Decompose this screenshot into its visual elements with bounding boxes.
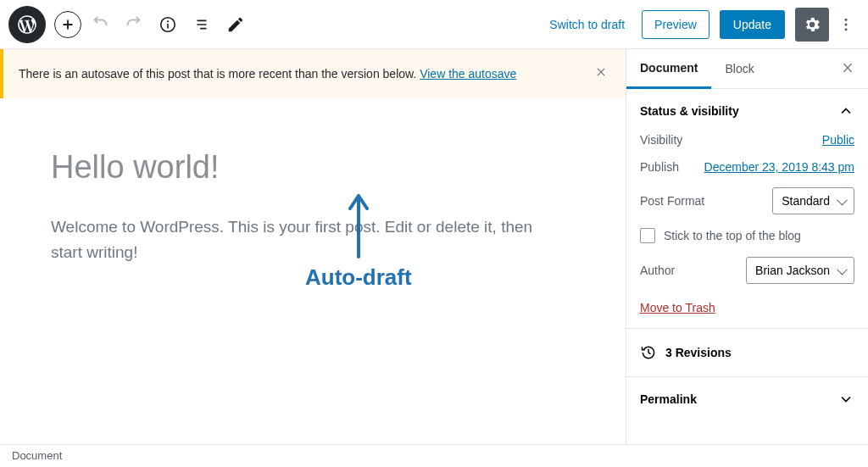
autosave-notice: There is an autosave of this post that i…	[0, 49, 626, 98]
preview-button[interactable]: Preview	[642, 10, 709, 39]
post-format-label: Post Format	[640, 194, 704, 208]
update-button[interactable]: Update	[720, 10, 785, 39]
gear-icon	[803, 15, 821, 34]
arrow-up-icon	[346, 192, 371, 259]
publish-date[interactable]: December 23, 2019 8:43 pm	[704, 160, 854, 174]
undo-icon	[91, 15, 109, 34]
switch-to-draft-button[interactable]: Switch to draft	[539, 11, 635, 38]
settings-button[interactable]	[795, 8, 829, 42]
svg-point-2	[845, 18, 848, 20]
footer-breadcrumb: Document	[0, 444, 868, 467]
plus-icon	[58, 15, 77, 34]
redo-button[interactable]	[119, 9, 149, 40]
wordpress-icon	[16, 14, 38, 36]
chevron-down-icon	[837, 391, 854, 408]
permalink-panel-toggle[interactable]: Permalink	[626, 377, 868, 421]
svg-point-3	[845, 23, 848, 25]
list-icon	[192, 15, 211, 34]
tab-document[interactable]: Document	[626, 49, 711, 89]
more-options-button[interactable]	[832, 8, 860, 42]
post-content[interactable]: Welcome to WordPress. This is your first…	[51, 214, 542, 266]
publish-label: Publish	[640, 160, 679, 174]
status-visibility-panel: Status & visibility Visibility Public Pu…	[626, 89, 868, 329]
undo-button[interactable]	[85, 9, 115, 40]
visibility-label: Visibility	[640, 133, 682, 147]
edit-button[interactable]	[220, 9, 251, 40]
settings-sidebar: Document Block Status & visibility Visib…	[626, 49, 868, 444]
svg-point-1	[167, 20, 169, 22]
close-icon	[841, 61, 854, 75]
dots-vertical-icon	[837, 16, 854, 33]
notice-close-button[interactable]	[592, 63, 610, 85]
info-icon	[159, 15, 177, 34]
post-title[interactable]: Hello world!	[51, 149, 575, 186]
sticky-checkbox[interactable]	[640, 228, 655, 243]
view-autosave-link[interactable]: View the autosave	[420, 67, 516, 81]
top-toolbar: Switch to draft Preview Update	[0, 0, 868, 49]
sidebar-close-button[interactable]	[832, 53, 863, 86]
sidebar-tabs: Document Block	[626, 49, 868, 89]
svg-point-4	[845, 28, 848, 31]
tab-block[interactable]: Block	[711, 50, 767, 87]
pencil-icon	[226, 15, 245, 34]
info-button[interactable]	[153, 9, 183, 40]
outline-button[interactable]	[186, 9, 217, 40]
chevron-up-icon	[837, 103, 854, 120]
revisions-panel[interactable]: 3 Revisions	[626, 329, 868, 377]
author-label: Author	[640, 264, 675, 277]
post-format-select[interactable]: Standard	[772, 187, 854, 214]
status-visibility-toggle[interactable]: Status & visibility	[626, 89, 868, 133]
notice-text: There is an autosave of this post that i…	[19, 67, 420, 81]
redo-icon	[125, 15, 143, 34]
author-select[interactable]: Brian Jackson	[746, 257, 854, 284]
move-to-trash-link[interactable]: Move to Trash	[640, 301, 715, 314]
sticky-label: Stick to the top of the blog	[664, 229, 801, 242]
close-icon	[595, 66, 607, 78]
visibility-value[interactable]: Public	[822, 133, 854, 147]
add-block-button[interactable]	[54, 11, 81, 38]
history-icon	[640, 344, 657, 361]
editor-canvas: There is an autosave of this post that i…	[0, 49, 626, 444]
wordpress-logo[interactable]	[8, 6, 46, 43]
annotation-overlay: Auto-draft	[305, 192, 412, 291]
